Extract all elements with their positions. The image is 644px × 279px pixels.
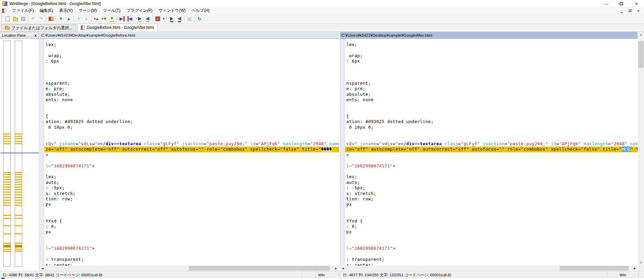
child-minimize-button[interactable]: ▁: [617, 8, 626, 14]
scroll-right-button[interactable]: ▶: [333, 266, 339, 271]
code-line: [44, 169, 339, 174]
copy-right-advance-button[interactable]: ▶: [136, 15, 144, 23]
location-bar[interactable]: [15, 41, 22, 267]
restore-button[interactable]: [614, 0, 629, 7]
right-horizontal-scrollbar[interactable]: ◀ ▶: [340, 266, 638, 271]
undo-button[interactable]: ↶: [29, 15, 37, 23]
scroll-up-button[interactable]: ▲: [638, 32, 644, 38]
minimize-button[interactable]: —: [599, 0, 614, 7]
patch-left-button[interactable]: ◀: [176, 15, 183, 23]
toolbar-separator: [56, 15, 56, 22]
left-file-header[interactable]: C:¥Users¥k5423¥Desktop¥sample¥GoogleBefo…: [40, 32, 339, 39]
menu-help[interactable]: ヘルプ(H): [189, 7, 213, 14]
first-difference-icon: ▲: [95, 16, 99, 22]
new-document-button[interactable]: [4, 15, 11, 23]
code-line: ation: #d93025 dotted underline;: [345, 119, 638, 124]
menu-view[interactable]: 表示(V): [56, 7, 76, 14]
first-difference-button[interactable]: ✕▲: [93, 15, 100, 23]
diff-mark: [15, 194, 22, 195]
toolbar-separator: [152, 15, 153, 22]
refresh-icon: ↻: [198, 16, 202, 22]
save-button[interactable]: [19, 15, 27, 23]
right-code-lines: lex; wrap;: 6pxnsparent;e: pre;absolute;…: [345, 42, 638, 266]
document-icon: [2, 8, 6, 13]
vertical-scrollbar[interactable]: ▲ ▼: [638, 32, 644, 266]
next-conflict-button[interactable]: ▼: [75, 15, 83, 23]
menu-window[interactable]: ウィンドウ(W): [155, 7, 189, 14]
code-line: absolute;: [345, 92, 638, 97]
code-line: lex;: [44, 42, 339, 47]
tab-file-folder-select[interactable]: ファイルまたはフォルダの選択...: [1, 24, 76, 32]
left-file-pane[interactable]: lex; wrap;: 6pxnsparent;e: pre;absolute;…: [40, 39, 339, 266]
copy-left-advance-button[interactable]: ◀: [144, 15, 151, 23]
copy-to-left-button[interactable]: ◀: [126, 15, 134, 23]
code-line: [44, 158, 339, 163]
close-button[interactable]: ✕: [629, 0, 644, 7]
redo-button[interactable]: ↷: [37, 15, 45, 23]
code-line: px: [44, 202, 339, 207]
code-line: : 6px: [44, 58, 339, 64]
vertical-scroll-thumb[interactable]: [638, 41, 644, 68]
menu-plugins[interactable]: プラグイン(P): [123, 7, 155, 14]
previous-difference-button[interactable]: ▲: [65, 15, 72, 23]
selected-diff-mark: [15, 246, 22, 247]
patch-right-button[interactable]: ▶: [168, 15, 176, 23]
options-button[interactable]: ∕: [154, 15, 161, 23]
left-horizontal-scrollbar[interactable]: ◀ ▶: [40, 266, 339, 271]
menu-file[interactable]: ファイル(F): [9, 7, 37, 14]
diff-mark: [15, 182, 22, 183]
left-horizontal-scroll-thumb[interactable]: [189, 266, 330, 271]
copy-to-right-button[interactable]: ▶: [118, 15, 126, 23]
code-line: : -5px;: [345, 185, 638, 191]
location-pane-close-button[interactable]: x: [32, 33, 39, 37]
right-file-header[interactable]: C:¥Users¥k5423¥Desktop¥sample¥GoogleAfte…: [340, 32, 638, 39]
right-file-pane[interactable]: lex; wrap;: 6pxnsparent;e: pre;absolute;…: [340, 39, 638, 266]
diff-mark: [15, 205, 22, 206]
refresh-button[interactable]: ↻: [196, 15, 203, 23]
toolbar-grip[interactable]: [1, 15, 3, 22]
scroll-down-button[interactable]: ▼: [638, 260, 644, 266]
current-difference-button[interactable]: ✕▼: [100, 15, 108, 23]
code-line: [44, 103, 339, 108]
code-line: [345, 213, 638, 218]
next-difference-button[interactable]: ▼: [57, 15, 65, 23]
code-line: [44, 47, 339, 53]
window-title: WinMerge - [GoogleBefore.html - GoogleAf…: [9, 1, 101, 6]
diff-mark: [4, 189, 10, 190]
code-line: s: stretch;: [345, 191, 638, 196]
code-line: : 0;: [44, 224, 339, 229]
tab-file-compare[interactable]: GoogleBefore.html - GoogleAfter.html: [77, 24, 157, 32]
tab-label: GoogleBefore.html - GoogleAfter.html: [87, 25, 154, 30]
open-button[interactable]: [11, 15, 19, 23]
diff-mark: [4, 202, 10, 203]
diff-mark: [4, 247, 10, 248]
resize-grip[interactable]: [638, 271, 644, 279]
toolbar-separator: [73, 15, 74, 22]
file-compare-icon: [81, 26, 85, 30]
code-line: ation: #d93025 dotted underline;: [44, 119, 339, 124]
menu-tools[interactable]: ツール(T): [100, 7, 123, 14]
location-bar[interactable]: [3, 41, 11, 267]
diff-mark: [15, 202, 22, 203]
menu-merge[interactable]: マージ(M): [76, 7, 100, 14]
compare-button[interactable]: ▦: [186, 15, 193, 23]
right-horizontal-scroll-thumb[interactable]: [560, 266, 629, 271]
code-line: tion: row;: [44, 196, 339, 202]
child-restore-button[interactable]: [626, 8, 634, 14]
scroll-left-button[interactable]: ◀: [40, 266, 45, 271]
last-difference-button[interactable]: ▼: [108, 15, 116, 23]
scroll-right-button[interactable]: ▶: [632, 266, 638, 271]
scroll-left-button[interactable]: ◀: [340, 266, 346, 271]
child-close-button[interactable]: ✕: [634, 8, 643, 14]
diff-mark: [15, 143, 22, 144]
select-lines-button[interactable]: [47, 15, 55, 23]
toolbar-separator: [184, 15, 185, 22]
code-line: [345, 136, 638, 141]
code-line: {: [345, 114, 638, 119]
right-status-info: 行: 4877 列: 134/255 文字: 132/251 コードページ: 6…: [340, 271, 607, 279]
previous-conflict-button[interactable]: ▲: [83, 15, 90, 23]
code-line: wrap;: [44, 53, 339, 58]
menu-edit[interactable]: 編集(E): [37, 7, 56, 14]
code-line: auto;: [345, 180, 638, 185]
options-dropdown-button[interactable]: ▼: [161, 15, 165, 23]
